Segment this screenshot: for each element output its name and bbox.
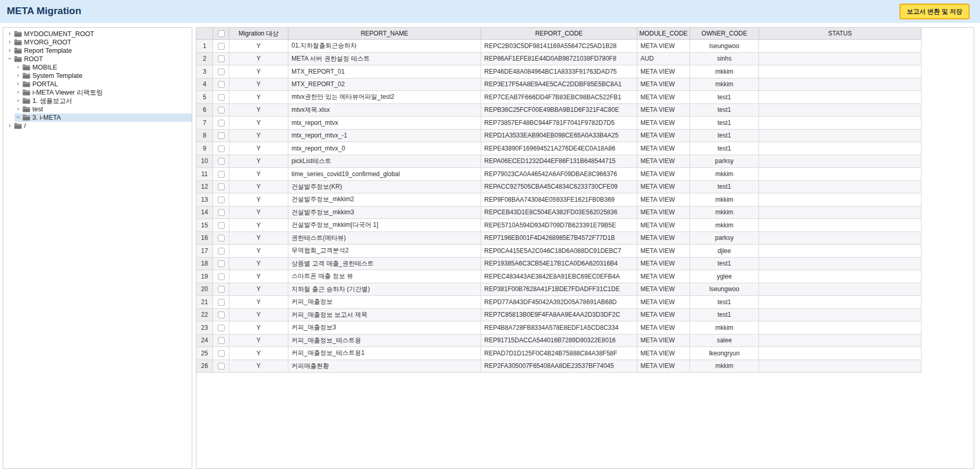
row-checkbox-cell (213, 129, 229, 142)
table-row[interactable]: 18 Y 상품별 고객 매출_권한테스트 REP19385A6C3CB54E17… (196, 257, 921, 270)
table-row[interactable]: 15 Y 건설발주정보_mkkim[다국어 1] REPE5710A594D93… (196, 219, 921, 232)
module-code-cell: META VIEW (637, 360, 690, 373)
table-row[interactable]: 2 Y META 서버 권한설정 테스트 REP86AF1EFE81E44D0A… (196, 52, 921, 65)
row-checkbox[interactable] (218, 312, 225, 318)
owner-code-cell: test1 (690, 91, 759, 104)
row-checkbox-cell (213, 296, 229, 309)
table-row[interactable]: 22 Y 커피_매출정보 보고서 제목 REP7C85813B0E9F4FA8A… (196, 308, 921, 321)
migration-target-cell: Y (229, 129, 288, 142)
row-checkbox[interactable] (218, 132, 225, 139)
chevron-right-icon[interactable]: › (15, 64, 21, 70)
row-checkbox[interactable] (218, 209, 225, 216)
row-checkbox[interactable] (218, 183, 225, 190)
report-code-cell: REP7CEAB7F666DD4F7B83EBC98BAC522FB1 (481, 91, 637, 104)
table-row[interactable]: 25 Y 커피_매출정보_테스트용1 REPAD7D1D125F0C4B24B7… (196, 347, 921, 360)
row-checkbox[interactable] (218, 107, 225, 113)
row-checkbox[interactable] (218, 120, 225, 126)
report-code-cell: REP91715DACCA544016B7289D90322E8016 (481, 334, 637, 347)
report-code-cell: REPD1A3533EAB904EB098CE65A0A33B4A25 (481, 129, 637, 142)
row-checkbox[interactable] (218, 350, 225, 357)
row-checkbox[interactable] (218, 55, 225, 62)
row-checkbox[interactable] (218, 171, 225, 178)
chevron-right-icon[interactable]: › (6, 122, 13, 129)
folder-icon (14, 48, 22, 54)
tree-item[interactable]: › i-META Viewer 리팩토링 (3, 88, 192, 97)
row-checkbox[interactable] (218, 43, 225, 50)
row-checkbox[interactable] (218, 286, 225, 293)
table-row[interactable]: 26 Y 커피매출현황 REP2FA305007F65408AA8DE23537… (196, 360, 921, 373)
chevron-right-icon[interactable]: › (15, 80, 21, 87)
table-row[interactable]: 10 Y pickList테스트 REPA06ECED1232D44EF86F1… (196, 155, 921, 168)
report-name-cell: mtx_report_mtvx (288, 117, 481, 130)
table-row[interactable]: 9 Y mtx_report_mtvx_0 REPE43890F16969452… (196, 142, 921, 155)
chevron-down-icon[interactable]: › (7, 55, 13, 62)
table-row[interactable]: 23 Y 커피_매출정보3 REP4B8A728FB8334A578E8EDF1… (196, 321, 921, 334)
chevron-right-icon[interactable]: › (6, 47, 13, 53)
convert-save-report-button[interactable]: 보고서 변환 및 저장 (900, 4, 970, 19)
table-row[interactable]: 14 Y 건설발주정보_mkkim3 REPCEB43D1E8C504EA382… (196, 206, 921, 219)
row-number-cell: 13 (196, 193, 213, 206)
tree-item[interactable]: › MYORG_ROOT (3, 38, 192, 47)
row-checkbox[interactable] (218, 299, 225, 306)
row-checkbox[interactable] (218, 94, 225, 101)
tree-indent (3, 88, 15, 97)
table-row[interactable]: 3 Y MTX_REPORT_01 REP46DE48A084964BC1A83… (196, 65, 921, 78)
row-checkbox[interactable] (218, 337, 225, 344)
table-row[interactable]: 24 Y 커피_매출정보_테스트용 REP91715DACCA544016B72… (196, 334, 921, 347)
row-checkbox-cell (213, 103, 229, 117)
tree-item[interactable]: › ROOT (3, 55, 192, 63)
tree-item[interactable]: › / (3, 122, 192, 130)
row-checkbox[interactable] (218, 145, 225, 152)
table-row[interactable]: 12 Y 건설발주정보(KR) REPACC927505CBA45C4834C6… (196, 180, 921, 193)
chevron-right-icon[interactable]: › (15, 72, 21, 78)
chevron-right-icon[interactable]: › (15, 89, 21, 95)
chevron-right-icon[interactable]: › (6, 30, 13, 37)
row-checkbox-cell (213, 142, 229, 155)
table-row[interactable]: 6 Y mtvx제목.xlsx REPB36C25FCF00E49BBA9B1D… (196, 103, 921, 117)
row-checkbox[interactable] (218, 363, 225, 370)
row-checkbox-cell (213, 334, 229, 347)
chevron-right-icon[interactable]: › (6, 39, 13, 45)
table-row[interactable]: 7 Y mtx_report_mtvx REP73857EF48BC944F78… (196, 117, 921, 130)
table-row[interactable]: 20 Y 지하철 출근 승하차 (기간별) REP381F00B7628A41F… (196, 283, 921, 296)
row-checkbox-cell (213, 245, 229, 258)
row-checkbox[interactable] (218, 81, 225, 88)
row-checkbox[interactable] (218, 260, 225, 267)
table-row[interactable]: 1 Y 01.지하철출퇴근승하차 REPC2B03C5DF98141169A55… (196, 40, 921, 53)
tree-item[interactable]: › 1. 샘플보고서 (3, 97, 192, 105)
module-code-cell: META VIEW (637, 65, 690, 78)
row-checkbox[interactable] (218, 158, 225, 165)
table-row[interactable]: 17 Y 무역협회_고객분석2 REP0CA415E5A2C046C18D6A0… (196, 245, 921, 258)
row-checkbox[interactable] (218, 248, 225, 255)
row-checkbox[interactable] (218, 273, 225, 280)
module-code-cell: META VIEW (637, 142, 690, 155)
chevron-right-icon[interactable]: › (15, 97, 21, 103)
tree-item[interactable]: › PORTAL (3, 80, 192, 88)
report-code-cell: REPACC927505CBA45C4834C6233730CFE09 (481, 180, 637, 193)
table-row[interactable]: 16 Y 권한테스트(메타뷰) REP7196EB001F4D4268985E7… (196, 232, 921, 245)
row-checkbox[interactable] (218, 235, 225, 241)
table-row[interactable]: 13 Y 건설발주정보_mkkim2 REP9F08BAA743084E0593… (196, 193, 921, 206)
tree-item[interactable]: › 3. i-META (3, 113, 192, 122)
row-checkbox[interactable] (218, 325, 225, 331)
row-checkbox[interactable] (218, 68, 225, 75)
table-row[interactable]: 11 Y time_series_covid19_confirmed_globa… (196, 168, 921, 181)
folder-icon (14, 123, 22, 129)
row-checkbox[interactable] (218, 197, 225, 203)
tree-item[interactable]: › test (3, 105, 192, 113)
select-all-checkbox[interactable] (218, 30, 225, 37)
tree-item[interactable]: › MYDOCUMENT_ROOT (3, 30, 192, 38)
row-checkbox[interactable] (218, 222, 225, 229)
report-code-cell: REPAD7D1D125F0C4B24B75888C84A38F58F (481, 347, 637, 360)
chevron-right-icon[interactable]: › (15, 106, 21, 112)
tree-item[interactable]: › Report Template (3, 47, 192, 55)
table-row[interactable]: 8 Y mtx_report_mtvx_-1 REPD1A3533EAB904E… (196, 129, 921, 142)
table-row[interactable]: 21 Y 커피_매출정보 REPD77A843DF45042A392D05A78… (196, 296, 921, 309)
table-row[interactable]: 19 Y 스마트폰 매출 정보 뷰 REPEC483443AE3842E8A91… (196, 270, 921, 283)
table-row[interactable]: 5 Y mtvx권한만 있는 메타뷰어파일_test2 REP7CEAB7F66… (196, 91, 921, 104)
table-row[interactable]: 4 Y MTX_REPORT_02 REP3E17F54A8E9A4E5CAC2… (196, 78, 921, 91)
tree-item[interactable]: › MOBILE (3, 63, 192, 72)
tree-item[interactable]: › System Template (3, 72, 192, 80)
chevron-down-icon[interactable]: › (15, 114, 21, 121)
report-name-cell: 건설발주정보_mkkim2 (288, 193, 481, 206)
